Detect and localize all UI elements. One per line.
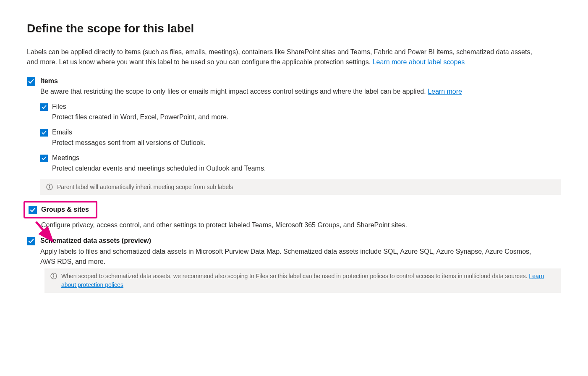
items-info-text: Parent label will automatically inherit … <box>57 183 555 192</box>
files-label: Files <box>52 103 228 111</box>
checkmark-icon <box>30 207 36 213</box>
emails-desc: Protect messages sent from all versions … <box>52 138 205 148</box>
checkmark-icon <box>28 79 34 84</box>
schematized-info-banner: When scoped to schematized data assets, … <box>44 268 561 293</box>
sub-item-files: Files Protect files created in Word, Exc… <box>40 103 561 122</box>
meetings-checkbox[interactable] <box>40 155 48 162</box>
svg-rect-4 <box>49 186 50 188</box>
schematized-label: Schematized data assets (preview) <box>40 236 561 245</box>
highlight-annotation: Groups & sites <box>24 201 97 218</box>
items-label: Items <box>40 76 561 86</box>
svg-rect-7 <box>53 275 54 277</box>
checkmark-icon <box>28 238 34 244</box>
emails-checkbox[interactable] <box>40 129 48 137</box>
svg-point-3 <box>49 185 50 186</box>
learn-more-scopes-link[interactable]: Learn more about label scopes <box>373 58 465 66</box>
page-title: Define the scope for this label <box>27 22 561 35</box>
items-desc-text: Be aware that restricting the scope to o… <box>40 88 428 95</box>
items-learn-more-link[interactable]: Learn more <box>428 88 462 95</box>
sub-item-meetings: Meetings Protect calendar events and mee… <box>40 154 561 174</box>
sub-item-emails: Emails Protect messages sent from all ve… <box>40 128 561 148</box>
groups-sites-desc: Configure privacy, access control, and o… <box>41 220 561 230</box>
checkmark-icon <box>42 105 47 110</box>
schematized-desc: Apply labels to files and schematized da… <box>40 247 531 267</box>
schematized-info-text: When scoped to schematized data assets, … <box>61 273 529 279</box>
info-icon <box>50 273 57 279</box>
scope-items: Items Be aware that restricting the scop… <box>27 76 561 195</box>
meetings-desc: Protect calendar events and meetings sch… <box>52 163 266 174</box>
scope-schematized: Schematized data assets (preview) Apply … <box>27 236 561 292</box>
groups-sites-label: Groups & sites <box>41 205 89 214</box>
groups-sites-checkbox[interactable] <box>29 206 37 214</box>
files-desc: Protect files created in Word, Excel, Po… <box>52 112 228 122</box>
items-description: Be aware that restricting the scope to o… <box>40 87 531 97</box>
items-checkbox[interactable] <box>27 77 35 86</box>
info-icon <box>46 184 53 190</box>
checkmark-icon <box>42 130 47 135</box>
svg-point-6 <box>53 274 54 275</box>
meetings-label: Meetings <box>52 154 266 163</box>
emails-label: Emails <box>52 128 205 137</box>
schematized-checkbox[interactable] <box>27 237 35 245</box>
files-checkbox[interactable] <box>40 103 48 111</box>
scope-groups-sites: Groups & sites Configure privacy, access… <box>27 201 561 230</box>
checkmark-icon <box>42 156 47 161</box>
intro-text: Labels can be applied directly to items … <box>27 47 535 67</box>
items-info-banner: Parent label will automatically inherit … <box>40 179 561 195</box>
